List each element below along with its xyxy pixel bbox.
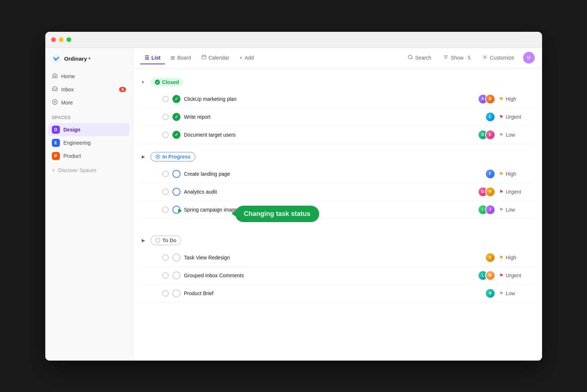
sidebar-item-inbox-label: Inbox — [61, 87, 74, 92]
table-row: ⣿ Grouped Inbox Comments L M ⚑ Urgent — [140, 267, 535, 285]
show-icon — [443, 54, 449, 61]
task-checkbox[interactable] — [162, 206, 169, 213]
sidebar-item-design[interactable]: D Design — [48, 123, 130, 136]
task-avatars: I J — [478, 205, 495, 215]
svg-point-1 — [52, 99, 57, 104]
svg-point-9 — [155, 80, 160, 85]
closed-chevron-icon: ▾ — [142, 80, 148, 85]
task-status-progress-icon[interactable] — [172, 188, 180, 196]
priority-label: Low — [506, 290, 515, 296]
task-priority: ⚑ Urgent — [499, 273, 532, 278]
avatar: M — [485, 270, 495, 281]
close-button[interactable] — [51, 37, 56, 42]
maximize-button[interactable] — [66, 37, 71, 42]
section-closed-header[interactable]: ▾ Closed — [140, 74, 535, 90]
flag-icon: ⚑ — [499, 171, 504, 177]
task-status-done-icon[interactable] — [172, 131, 180, 139]
table-row: ⣿ ClickUp marketing plan A B ⚑ High — [140, 90, 535, 108]
svg-point-12 — [156, 238, 160, 243]
tab-list[interactable]: ☰ List — [140, 52, 165, 64]
task-checkbox[interactable] — [162, 114, 169, 120]
app-window: Ordinary ▾ Home Inbox 9 — [45, 32, 542, 361]
task-name[interactable]: ClickUp marketing plan — [184, 96, 474, 102]
priority-label: Urgent — [506, 273, 521, 278]
task-avatars: C — [485, 112, 495, 122]
avatar: F — [485, 169, 495, 179]
sidebar-item-product[interactable]: P Product — [48, 149, 130, 163]
task-priority: ⚑ Low — [499, 132, 532, 138]
task-name[interactable]: Document target users — [184, 132, 474, 138]
add-icon: + — [240, 55, 243, 61]
svg-point-11 — [157, 156, 159, 157]
board-icon: ⊞ — [171, 55, 175, 61]
show-button[interactable]: Show · 5 — [440, 52, 473, 63]
task-name[interactable]: Spring campaign image assets — [184, 207, 474, 213]
task-status-done-icon[interactable] — [172, 113, 180, 121]
task-name[interactable]: Write report — [184, 114, 481, 120]
tab-calendar[interactable]: Calendar — [197, 52, 234, 64]
flag-icon: ⚑ — [499, 207, 504, 213]
priority-label: High — [506, 171, 517, 177]
task-checkbox[interactable] — [162, 171, 169, 177]
task-status-todo-icon[interactable] — [172, 271, 180, 279]
svg-point-2 — [54, 101, 56, 103]
task-priority: ⚑ High — [499, 255, 532, 260]
sidebar-item-home-label: Home — [61, 73, 75, 79]
search-button[interactable]: Search — [405, 52, 434, 63]
table-row: ⣿ Product Brief N ⚑ Low — [140, 285, 535, 302]
task-checkbox[interactable] — [162, 272, 169, 279]
sidebar-item-home[interactable]: Home — [48, 70, 130, 83]
task-name[interactable]: Task View Redesign — [184, 255, 481, 260]
task-name[interactable]: Grouped Inbox Comments — [184, 273, 474, 278]
flag-icon: ⚑ — [499, 255, 504, 260]
workspace-chevron: ▾ — [88, 56, 91, 61]
customize-button[interactable]: Customize — [479, 52, 517, 63]
task-status-progress-icon[interactable] — [172, 170, 180, 178]
topbar: ☰ List ⊞ Board Calendar + — [133, 48, 542, 68]
user-avatar[interactable]: U — [523, 52, 535, 64]
task-status-todo-icon[interactable] — [172, 254, 180, 262]
section-in-progress-header[interactable]: ▶ In Progress — [140, 148, 535, 165]
design-dot: D — [52, 126, 60, 134]
main-content: ☰ List ⊞ Board Calendar + — [133, 48, 542, 361]
task-avatars: N — [485, 288, 495, 298]
table-row: ⣿ Task View Redesign K ⚑ High — [140, 249, 535, 267]
flag-icon: ⚑ — [499, 132, 504, 138]
plus-icon: + — [52, 167, 55, 174]
sidebar-item-more[interactable]: More — [48, 96, 130, 109]
task-name[interactable]: Product Brief — [184, 290, 481, 296]
task-name[interactable]: Create landing page — [184, 171, 481, 177]
avatar: H — [485, 187, 495, 197]
table-row: ⣿ Analytics audit G H ⚑ Urgent — [140, 183, 535, 201]
task-status-todo-icon[interactable] — [172, 289, 180, 297]
avatar: J — [485, 205, 495, 215]
priority-label: High — [506, 96, 517, 102]
task-checkbox[interactable] — [162, 290, 169, 297]
in-progress-section-badge: In Progress — [150, 152, 195, 161]
tab-board[interactable]: ⊞ Board — [166, 52, 195, 64]
discover-spaces-button[interactable]: + Discover Spaces — [45, 164, 133, 176]
avatar: C — [485, 112, 495, 122]
list-icon: ☰ — [145, 55, 149, 61]
sidebar-item-inbox[interactable]: Inbox 9 — [48, 83, 130, 96]
task-avatars: A B — [478, 94, 495, 104]
avatar: B — [485, 94, 495, 104]
task-checkbox[interactable] — [162, 254, 169, 261]
task-checkbox[interactable] — [162, 132, 169, 138]
topbar-actions: Search Show · 5 Customize U — [405, 52, 535, 64]
task-checkbox[interactable] — [162, 189, 169, 195]
tab-add[interactable]: + Add — [235, 52, 258, 64]
sidebar-item-engineering[interactable]: E Engineering — [48, 136, 130, 149]
sidebar-item-design-label: Design — [64, 127, 81, 133]
avatar: N — [485, 288, 495, 298]
task-name[interactable]: Analytics audit — [184, 189, 474, 195]
task-checkbox[interactable] — [162, 96, 169, 102]
task-avatars: G H — [478, 187, 495, 197]
workspace-name[interactable]: Ordinary ▾ — [64, 56, 91, 62]
section-todo-header[interactable]: ▶ To Do — [140, 232, 535, 249]
tooltip-text: Changing task status — [244, 210, 310, 218]
task-priority: ⚑ Low — [499, 290, 532, 296]
task-status-done-icon[interactable] — [172, 95, 180, 103]
task-status-progress-icon[interactable] — [172, 206, 180, 214]
minimize-button[interactable] — [59, 37, 64, 42]
